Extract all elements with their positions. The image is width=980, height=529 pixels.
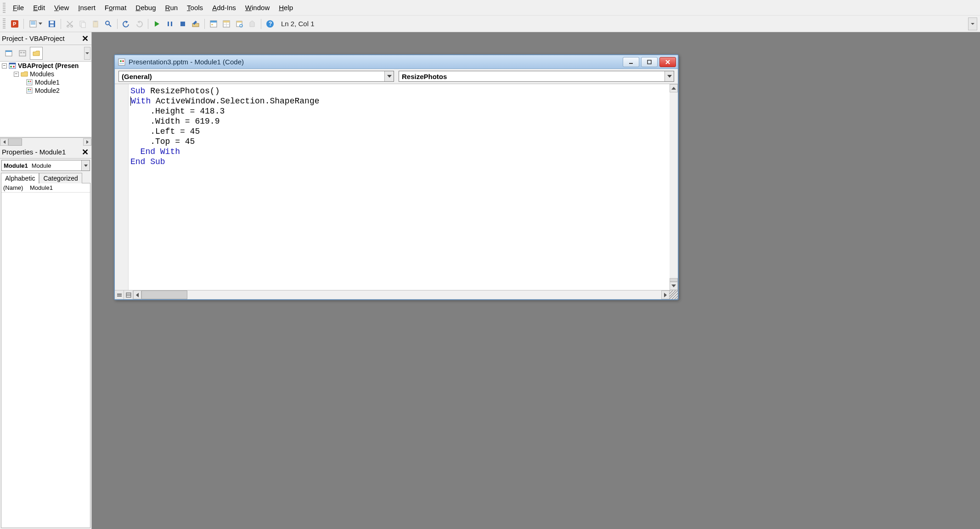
split-handle[interactable] [670, 278, 678, 282]
svg-rect-24 [223, 21, 230, 23]
menu-insert[interactable]: Insert [73, 2, 100, 13]
dropdown-arrow-icon[interactable] [665, 71, 674, 81]
resize-grip[interactable] [670, 290, 678, 299]
procedure-combo[interactable]: ResizePhotos [399, 71, 674, 82]
code-window: Presentation3.pptm - Module1 (Code) (Gen… [114, 54, 679, 300]
menu-edit[interactable]: Edit [28, 2, 50, 13]
object-browser-button[interactable] [233, 18, 245, 30]
dropdown-arrow-icon[interactable] [384, 71, 394, 81]
toggle-folders-button[interactable] [30, 47, 43, 60]
svg-text:?: ? [269, 21, 272, 27]
scroll-track[interactable] [670, 92, 678, 278]
project-tree-hscroll[interactable] [0, 137, 91, 146]
maximize-button[interactable] [641, 57, 658, 67]
scroll-down-icon[interactable] [670, 282, 678, 290]
view-powerpoint-button[interactable]: P [9, 18, 21, 30]
close-button[interactable] [659, 57, 676, 67]
property-row[interactable]: (Name) Module1 [1, 183, 90, 193]
scroll-up-icon[interactable] [670, 84, 678, 92]
insert-module-dropdown[interactable] [27, 18, 45, 30]
tree-folder-modules[interactable]: − Modules [0, 70, 91, 78]
toolbox-button[interactable] [246, 18, 258, 30]
menu-tools[interactable]: Tools [182, 2, 208, 13]
paste-button[interactable] [90, 18, 101, 30]
svg-rect-38 [9, 63, 16, 64]
menu-run[interactable]: Run [161, 2, 183, 13]
full-module-view-button[interactable] [124, 290, 133, 299]
cut-button[interactable] [64, 18, 76, 30]
scroll-left-icon[interactable] [0, 138, 8, 146]
svg-rect-11 [81, 23, 85, 28]
scroll-left-icon[interactable] [133, 290, 141, 299]
scroll-thumb[interactable] [141, 290, 187, 299]
view-object-button[interactable] [16, 47, 29, 60]
menu-help[interactable]: Help [274, 2, 298, 13]
svg-rect-56 [117, 296, 122, 296]
dropdown-arrow-icon[interactable] [81, 160, 90, 171]
code-window-titlebar[interactable]: Presentation3.pptm - Module1 (Code) [115, 55, 678, 69]
menu-file[interactable]: File [8, 2, 28, 13]
project-tree[interactable]: − VBAProject (Presen − Modules Module1 [0, 62, 91, 137]
project-explorer-button[interactable] [208, 18, 220, 30]
svg-rect-16 [168, 22, 169, 26]
menu-format[interactable]: Format [100, 2, 131, 13]
svg-rect-3 [31, 22, 35, 23]
tree-module2-label: Module2 [35, 87, 60, 94]
redo-button[interactable] [133, 18, 145, 30]
tab-categorized[interactable]: Categorized [39, 173, 82, 183]
scroll-right-icon[interactable] [83, 138, 91, 146]
cursor-position-status: Ln 2, Col 1 [281, 20, 315, 28]
view-code-button[interactable] [2, 47, 15, 60]
toolbar-sep [117, 19, 118, 29]
svg-rect-21 [210, 21, 217, 23]
svg-rect-49 [118, 59, 125, 65]
scroll-track[interactable] [8, 138, 83, 146]
scroll-track[interactable] [141, 290, 661, 299]
properties-window-button[interactable] [220, 18, 232, 30]
project-toolbar-overflow[interactable] [84, 47, 90, 60]
save-button[interactable] [46, 18, 58, 30]
undo-button[interactable] [120, 18, 132, 30]
tree-module2[interactable]: Module2 [0, 86, 91, 95]
svg-rect-41 [27, 80, 32, 85]
design-mode-button[interactable] [190, 18, 202, 30]
toolbar-overflow[interactable] [968, 17, 977, 30]
properties-panel-close[interactable]: ✕ [80, 147, 90, 157]
properties-grid[interactable]: (Name) Module1 [1, 183, 90, 528]
minimize-button[interactable] [623, 57, 639, 67]
property-value[interactable]: Module1 [28, 183, 90, 192]
copy-button[interactable] [77, 18, 89, 30]
menu-window[interactable]: Window [241, 2, 274, 13]
svg-rect-4 [31, 23, 35, 24]
reset-button[interactable] [177, 18, 189, 30]
object-combo[interactable]: (General) [118, 71, 394, 82]
scroll-thumb[interactable] [8, 138, 22, 146]
run-button[interactable] [151, 18, 163, 30]
tree-collapse-icon[interactable]: − [2, 63, 7, 68]
svg-rect-55 [117, 294, 122, 295]
main-area: Project - VBAProject ✕ − VBAProject (Pre… [0, 32, 980, 529]
tree-root-vbaproject[interactable]: − VBAProject (Presen [0, 62, 91, 70]
code-margin[interactable] [115, 84, 129, 290]
project-panel-close[interactable]: ✕ [80, 34, 90, 44]
object-combo-value: (General) [119, 73, 155, 80]
procedure-view-button[interactable] [115, 290, 124, 299]
tree-collapse-icon[interactable]: − [14, 72, 19, 77]
find-button[interactable] [102, 18, 114, 30]
break-button[interactable] [164, 18, 176, 30]
menu-addins[interactable]: Add-Ins [208, 2, 241, 13]
properties-object-combo[interactable]: Module1 Module [1, 160, 90, 171]
scroll-right-icon[interactable] [661, 290, 670, 299]
menu-debug[interactable]: Debug [131, 2, 160, 13]
svg-point-43 [30, 81, 31, 82]
help-button[interactable]: ? [264, 18, 276, 30]
tree-module1[interactable]: Module1 [0, 78, 91, 86]
tab-alphabetic[interactable]: Alphabetic [1, 173, 39, 183]
code-vscroll[interactable] [670, 84, 678, 290]
toolbar-sep [204, 19, 205, 29]
mdi-area: Presentation3.pptm - Module1 (Code) (Gen… [92, 32, 980, 529]
menubar-grip [3, 3, 6, 13]
tree-module1-label: Module1 [35, 79, 60, 86]
code-editor[interactable]: Sub ResizePhotos() With ActiveWindow.Sel… [129, 84, 670, 290]
menu-view[interactable]: View [50, 2, 73, 13]
